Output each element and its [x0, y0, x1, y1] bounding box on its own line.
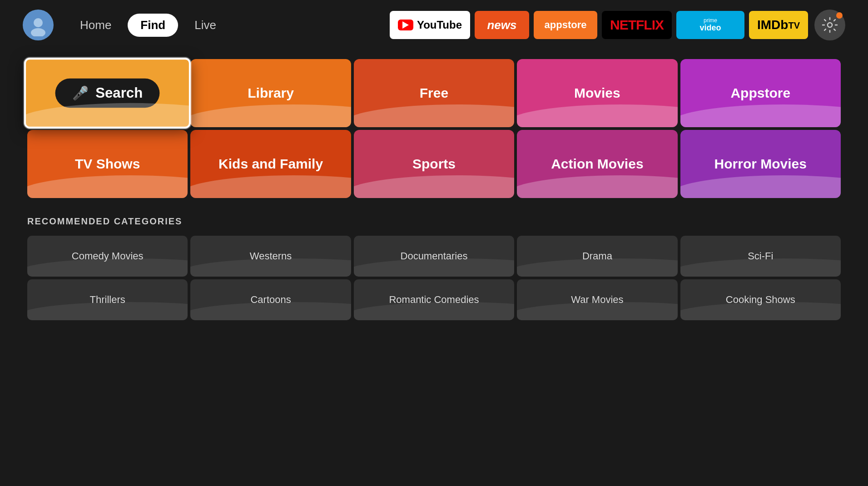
youtube-label: YouTube: [417, 19, 462, 31]
app-netflix[interactable]: NETFLIX: [602, 11, 672, 39]
recommended-title: RECOMMENDED CATEGORIES: [27, 216, 841, 227]
app-news[interactable]: news: [475, 11, 529, 39]
wave-deco: [24, 103, 191, 129]
movies-label: Movies: [574, 85, 620, 101]
app-icons-bar: YouTube news appstore NETFLIX prime vide…: [390, 11, 808, 39]
wave-deco: [680, 175, 841, 198]
appstore-cell[interactable]: Appstore: [680, 59, 841, 127]
rec-cell-war-movies[interactable]: War Movies: [517, 279, 677, 320]
news-label: news: [487, 18, 516, 32]
free-cell[interactable]: Free: [354, 59, 514, 127]
rec-cell-romantic-comedies[interactable]: Romantic Comedies: [354, 279, 514, 320]
rec-cell-comedy-movies[interactable]: Comedy Movies: [27, 236, 188, 277]
prime-small-label: prime: [704, 18, 717, 24]
wave-deco: [354, 175, 514, 198]
wave-deco: [354, 104, 514, 127]
nav-find[interactable]: Find: [128, 14, 178, 37]
rec-label: Cartoons: [250, 294, 291, 306]
rec-label: Drama: [582, 250, 612, 262]
appstore-label: appstore: [545, 19, 587, 31]
sports-cell[interactable]: Sports: [354, 130, 514, 198]
microphone-icon: 🎤: [72, 85, 89, 101]
appstore-label: Appstore: [730, 85, 790, 101]
app-appstore[interactable]: appstore: [534, 11, 597, 39]
avatar[interactable]: [23, 10, 54, 40]
movies-cell[interactable]: Movies: [517, 59, 677, 127]
free-label: Free: [420, 85, 448, 101]
library-label: Library: [248, 85, 294, 101]
rec-cell-sci-fi[interactable]: Sci-Fi: [680, 236, 841, 277]
wave-deco: [517, 175, 677, 198]
main-content: 🎤 Search Library Free Movies Appstore T: [0, 50, 868, 334]
wave-deco: [27, 175, 188, 198]
horror-label: Horror Movies: [714, 156, 807, 172]
rec-cell-thrillers[interactable]: Thrillers: [27, 279, 188, 320]
app-imdb[interactable]: IMDbTV: [749, 11, 808, 39]
kids-label: Kids and Family: [218, 156, 323, 172]
svg-point-2: [828, 23, 832, 27]
nav-home[interactable]: Home: [67, 14, 124, 37]
svg-point-0: [34, 18, 43, 27]
settings-button[interactable]: [814, 10, 845, 40]
tvshows-label: TV Shows: [75, 156, 140, 172]
wave-deco: [190, 175, 351, 198]
category-grid: 🎤 Search Library Free Movies Appstore T: [27, 59, 841, 198]
app-youtube[interactable]: YouTube: [390, 11, 470, 39]
rec-label: Cooking Shows: [726, 294, 795, 306]
app-prime-video[interactable]: prime video: [676, 11, 744, 39]
header: Home Find Live YouTube news appstore NET…: [0, 0, 868, 50]
imdb-label: IMDbTV: [757, 18, 800, 32]
rec-cell-cartoons[interactable]: Cartoons: [190, 279, 351, 320]
sports-label: Sports: [412, 156, 456, 172]
rec-label: Westerns: [250, 250, 292, 262]
recommended-grid: Comedy MoviesWesternsDocumentariesDramaS…: [27, 236, 841, 320]
rec-label: Thrillers: [90, 294, 125, 306]
search-cell[interactable]: 🎤 Search: [24, 58, 191, 129]
tvshows-cell[interactable]: TV Shows: [27, 130, 188, 198]
prime-large-label: video: [699, 24, 721, 33]
action-movies-cell[interactable]: Action Movies: [517, 130, 677, 198]
wave-deco: [680, 104, 841, 127]
wave-deco: [517, 104, 677, 127]
netflix-label: NETFLIX: [610, 17, 664, 33]
kids-family-cell[interactable]: Kids and Family: [190, 130, 351, 198]
search-label: Search: [95, 85, 143, 101]
youtube-play-icon: [398, 20, 413, 30]
recommended-section: RECOMMENDED CATEGORIES Comedy MoviesWest…: [27, 216, 841, 320]
rec-cell-cooking-shows[interactable]: Cooking Shows: [680, 279, 841, 320]
rec-label: Comedy Movies: [72, 250, 144, 262]
horror-movies-cell[interactable]: Horror Movies: [680, 130, 841, 198]
library-cell[interactable]: Library: [190, 59, 351, 127]
main-nav: Home Find Live: [67, 14, 229, 37]
rec-label: Sci-Fi: [748, 250, 773, 262]
settings-notification-dot: [836, 12, 843, 19]
rec-cell-westerns[interactable]: Westerns: [190, 236, 351, 277]
rec-cell-drama[interactable]: Drama: [517, 236, 677, 277]
nav-live[interactable]: Live: [182, 14, 229, 37]
action-label: Action Movies: [551, 156, 643, 172]
wave-deco: [190, 104, 351, 127]
rec-cell-documentaries[interactable]: Documentaries: [354, 236, 514, 277]
rec-label: War Movies: [571, 294, 623, 306]
svg-point-1: [31, 28, 45, 36]
rec-label: Romantic Comedies: [389, 294, 479, 306]
rec-label: Documentaries: [401, 250, 468, 262]
